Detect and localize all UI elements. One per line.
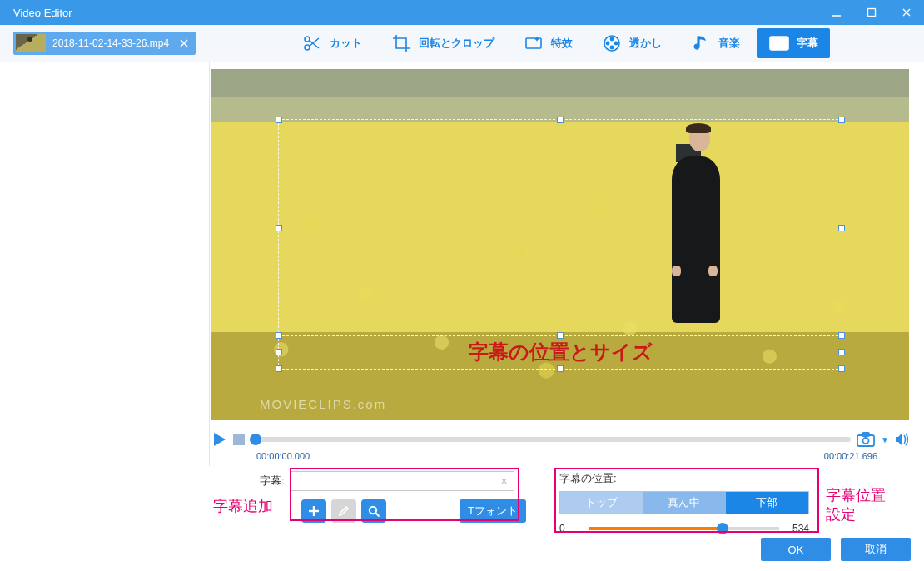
snapshot-button[interactable] (856, 431, 876, 448)
search-subtitle-button[interactable] (361, 499, 386, 523)
svg-point-13 (610, 46, 613, 48)
file-thumbnail (16, 34, 46, 52)
slider-max: 534 (787, 523, 809, 534)
tool-cut-label: カット (330, 36, 362, 51)
video-preview[interactable]: MOVIECLIPS.com 字幕の位置とサイズ (211, 69, 909, 420)
tool-cut[interactable]: カット (290, 28, 374, 58)
watermark-text: MOVIECLIPS.com (260, 397, 386, 411)
svg-text:SUB: SUB (773, 41, 787, 48)
scissors-icon (301, 32, 323, 54)
svg-rect-19 (857, 435, 874, 446)
play-button[interactable] (211, 431, 228, 448)
subtitle-form: 字幕: × Tフォント 字幕の位置: トップ 真ん中 (0, 466, 924, 531)
clear-input-icon[interactable]: × (499, 475, 510, 487)
ok-button[interactable]: OK (761, 538, 831, 561)
annotation-add-subtitle: 字幕追加 (213, 496, 273, 516)
file-close-icon[interactable] (177, 37, 191, 50)
app-window: Video Editor 2018-11-02-14-33-26.mp4 カット (0, 0, 924, 571)
subtitle-overlay-text: 字幕の位置とサイズ (469, 339, 653, 365)
crop-box[interactable] (278, 119, 842, 336)
position-slider-row: 0 534 (559, 523, 809, 534)
position-middle[interactable]: 真ん中 (643, 492, 725, 514)
video-frame: MOVIECLIPS.com 字幕の位置とサイズ (211, 69, 909, 420)
svg-rect-1 (868, 9, 876, 17)
tool-effect-label: 特效 (551, 36, 573, 51)
tool-tabs: カット 回転とクロップ 特效 透かし (196, 28, 924, 58)
stop-button[interactable] (233, 434, 245, 445)
position-slider[interactable] (589, 527, 779, 530)
tool-subtitle[interactable]: SUB 字幕 (757, 28, 830, 58)
svg-point-20 (863, 438, 869, 444)
tool-effect[interactable]: 特效 (511, 28, 584, 58)
snapshot-dropdown-icon[interactable]: ▼ (881, 435, 889, 444)
svg-point-12 (610, 37, 613, 40)
subtitle-box[interactable]: 字幕の位置とサイズ (278, 335, 842, 370)
crop-icon (390, 32, 412, 54)
svg-line-25 (375, 513, 379, 516)
subtitle-field-label: 字幕: (260, 474, 285, 489)
music-note-icon (690, 32, 712, 54)
tool-music[interactable]: 音楽 (678, 28, 752, 58)
file-chip[interactable]: 2018-11-02-14-33-26.mp4 (13, 32, 196, 55)
tool-watermark[interactable]: 透かし (589, 28, 673, 58)
add-subtitle-button[interactable] (301, 499, 326, 523)
position-top[interactable]: トップ (560, 492, 643, 514)
position-bottom[interactable]: 下部 (726, 492, 808, 514)
svg-point-24 (369, 506, 375, 513)
maximize-button[interactable] (854, 0, 889, 25)
timeline-knob[interactable] (250, 434, 261, 445)
minimize-button[interactable] (819, 0, 854, 25)
edit-subtitle-button (331, 499, 356, 523)
position-group: 字幕の位置: トップ 真ん中 下部 0 534 (559, 471, 824, 534)
position-label: 字幕の位置: (559, 471, 824, 486)
footer: OK 取消 (0, 531, 924, 571)
preview-pane: MOVIECLIPS.com 字幕の位置とサイズ (210, 62, 924, 466)
svg-point-14 (606, 42, 609, 44)
toolbar: 2018-11-02-14-33-26.mp4 カット 回転とクロップ (0, 25, 924, 62)
font-button[interactable]: Tフォント (460, 499, 526, 523)
tool-rotate-crop-label: 回転とクロップ (419, 36, 494, 51)
time-display: 00:00:00.000 00:00:21.696 (210, 451, 916, 466)
main-area: MOVIECLIPS.com 字幕の位置とサイズ (0, 62, 924, 466)
slider-knob[interactable] (717, 523, 728, 534)
close-window-button[interactable] (889, 0, 924, 25)
window-title: Video Editor (13, 7, 819, 19)
svg-rect-10 (526, 38, 541, 48)
font-button-label: Tフォント (468, 504, 518, 519)
svg-rect-21 (862, 433, 869, 436)
position-segment: トップ 真ん中 下部 (559, 491, 809, 514)
subtitle-input[interactable]: × (290, 471, 514, 491)
tool-watermark-label: 透かし (629, 36, 662, 51)
time-current: 00:00:00.000 (256, 451, 310, 461)
tool-rotate-crop[interactable]: 回転とクロップ (379, 28, 506, 58)
tool-music-label: 音楽 (718, 36, 740, 51)
tool-subtitle-label: 字幕 (797, 36, 818, 51)
sidebar (0, 62, 210, 466)
volume-button[interactable] (894, 432, 909, 447)
cancel-button[interactable]: 取消 (841, 538, 911, 561)
timeline-track[interactable] (250, 437, 851, 442)
annotation-position-setting: 字幕位置 設定 (826, 486, 886, 525)
title-bar: Video Editor (0, 0, 924, 25)
subtitle-icon: SUB (768, 32, 790, 54)
sparkle-icon (523, 32, 544, 54)
svg-marker-18 (214, 433, 226, 446)
reel-icon (601, 32, 623, 54)
svg-point-15 (614, 42, 617, 44)
slider-min: 0 (559, 523, 581, 534)
time-total: 00:00:21.696 (824, 451, 877, 461)
file-name: 2018-11-02-14-33-26.mp4 (52, 37, 169, 49)
